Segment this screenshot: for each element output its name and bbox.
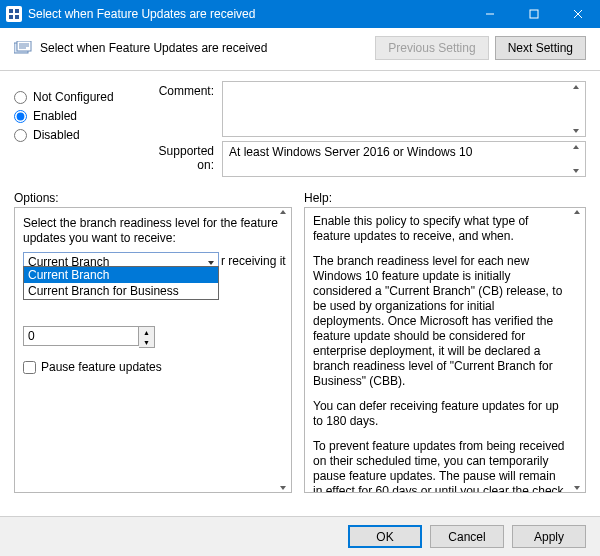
svg-marker-20 [574, 210, 580, 214]
state-radio-group: Not Configured Enabled Disabled [14, 77, 144, 181]
scroll-up-icon[interactable] [568, 143, 584, 151]
scroll-down-icon[interactable] [569, 484, 585, 492]
scroll-down-icon[interactable] [568, 127, 584, 135]
spin-down-icon[interactable]: ▼ [139, 337, 154, 347]
svg-rect-3 [15, 15, 19, 19]
branch-dropdown[interactable]: Current Branch Current Branch for Busine… [23, 266, 219, 300]
radio-not-configured[interactable]: Not Configured [14, 90, 144, 104]
help-p2: The branch readiness level for each new … [313, 254, 567, 389]
svg-rect-2 [9, 15, 13, 19]
svg-marker-18 [280, 210, 286, 214]
scroll-up-icon[interactable] [568, 83, 584, 91]
svg-rect-1 [15, 9, 19, 13]
svg-marker-17 [208, 261, 214, 265]
scroll-up-icon[interactable] [569, 208, 585, 216]
window-title: Select when Feature Updates are received [28, 7, 468, 21]
svg-marker-13 [573, 85, 579, 89]
header-title: Select when Feature Updates are received [40, 41, 369, 55]
svg-marker-19 [280, 486, 286, 490]
header: Select when Feature Updates are received… [0, 28, 600, 71]
ok-button[interactable]: OK [348, 525, 422, 548]
defer-days-spinner[interactable]: ▲ ▼ [23, 326, 283, 348]
defer-label-tail: r receiving it [221, 254, 283, 268]
spin-up-icon[interactable]: ▲ [139, 327, 154, 337]
previous-setting-button: Previous Setting [375, 36, 488, 60]
options-heading: Options: [14, 191, 292, 205]
radio-disabled-label: Disabled [33, 128, 80, 142]
branch-option-current[interactable]: Current Branch [24, 267, 218, 283]
cancel-button[interactable]: Cancel [430, 525, 504, 548]
radio-disabled[interactable]: Disabled [14, 128, 144, 142]
maximize-button[interactable] [512, 0, 556, 28]
next-setting-button[interactable]: Next Setting [495, 36, 586, 60]
svg-marker-14 [573, 129, 579, 133]
app-icon [6, 6, 22, 22]
svg-rect-0 [9, 9, 13, 13]
apply-button[interactable]: Apply [512, 525, 586, 548]
radio-not-configured-label: Not Configured [33, 90, 114, 104]
scroll-down-icon[interactable] [568, 167, 584, 175]
pause-checkbox-label: Pause feature updates [41, 360, 162, 374]
help-p4: To prevent feature updates from being re… [313, 439, 567, 493]
scroll-up-icon[interactable] [275, 208, 291, 216]
scroll-down-icon[interactable] [275, 484, 291, 492]
radio-enabled-label: Enabled [33, 109, 77, 123]
help-panel: Enable this policy to specify what type … [304, 207, 586, 493]
dialog-footer: OK Cancel Apply [0, 516, 600, 556]
supported-box: At least Windows Server 2016 or Windows … [222, 141, 586, 177]
minimize-button[interactable] [468, 0, 512, 28]
pause-checkbox[interactable]: Pause feature updates [23, 360, 283, 374]
comment-textarea[interactable] [222, 81, 586, 137]
svg-marker-16 [573, 169, 579, 173]
svg-marker-21 [574, 486, 580, 490]
pause-checkbox-input[interactable] [23, 361, 36, 374]
supported-text: At least Windows Server 2016 or Windows … [229, 145, 472, 159]
branch-option-cbb[interactable]: Current Branch for Business [24, 283, 218, 299]
close-button[interactable] [556, 0, 600, 28]
help-heading: Help: [292, 191, 586, 205]
help-p1: Enable this policy to specify what type … [313, 214, 567, 244]
help-p3: You can defer receiving feature updates … [313, 399, 567, 429]
svg-rect-5 [530, 10, 538, 18]
branch-prompt: Select the branch readiness level for th… [23, 216, 283, 246]
options-panel: Select the branch readiness level for th… [14, 207, 292, 493]
supported-label: Supported on: [144, 141, 222, 177]
radio-enabled[interactable]: Enabled [14, 109, 144, 123]
defer-days-input[interactable] [23, 326, 139, 346]
comment-label: Comment: [144, 81, 222, 137]
titlebar: Select when Feature Updates are received [0, 0, 600, 28]
svg-marker-15 [573, 145, 579, 149]
policy-icon [14, 40, 32, 56]
